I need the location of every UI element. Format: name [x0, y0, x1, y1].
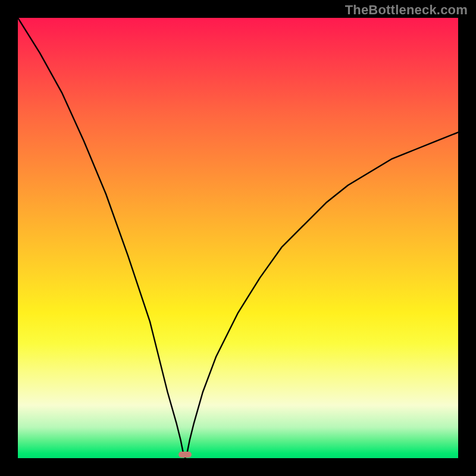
bottleneck-curve	[18, 18, 458, 458]
chart-frame: TheBottleneck.com	[0, 0, 476, 476]
watermark-text: TheBottleneck.com	[345, 2, 468, 18]
plot-area	[18, 18, 458, 458]
minimum-marker	[178, 452, 192, 458]
